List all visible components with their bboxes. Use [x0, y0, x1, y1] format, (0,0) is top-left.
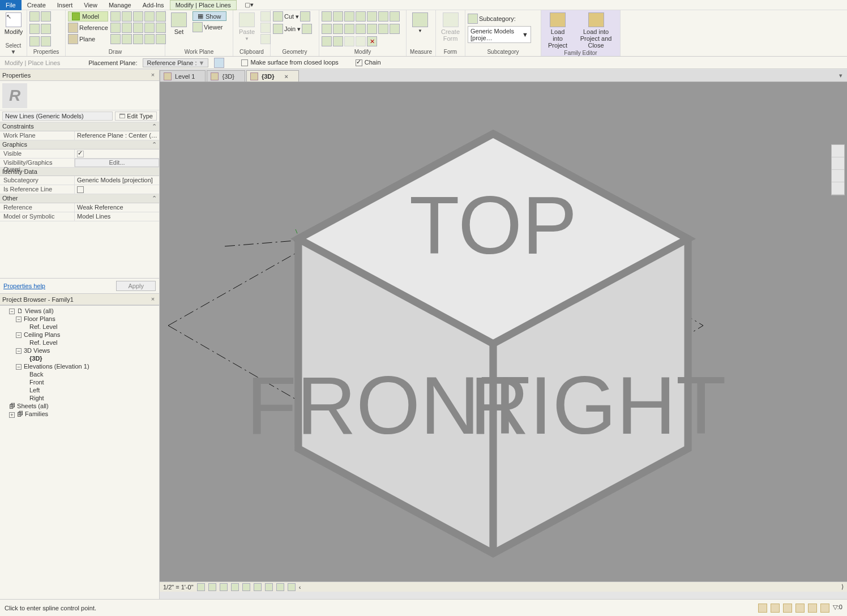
sb-icon-4[interactable]: [795, 604, 805, 613]
make-surface-checkbox[interactable]: Make surface from closed loops: [241, 59, 338, 66]
visual-style-icon[interactable]: [208, 583, 216, 591]
draw-e1-icon[interactable]: [110, 34, 121, 44]
nav-zoom-icon[interactable]: [832, 170, 844, 182]
draw-arc2-icon[interactable]: [110, 23, 121, 33]
tree-ref-level-fp[interactable]: Ref. Level: [2, 323, 157, 331]
pick-plane-icon[interactable]: [214, 58, 224, 68]
menu-addins[interactable]: Add-Ins: [137, 0, 170, 10]
crop-view-icon[interactable]: [242, 583, 250, 591]
tab-3d-2-active[interactable]: {3D}×: [246, 70, 299, 82]
properties-header[interactable]: Properties×: [0, 70, 159, 81]
vc-more-icon[interactable]: ‹: [299, 584, 301, 591]
type-selector-dropdown[interactable]: New Lines (Generic Models): [2, 112, 113, 121]
draw-poly-icon[interactable]: [133, 11, 143, 22]
cat-identity[interactable]: Identity Data: [0, 168, 159, 176]
workplane-viewer-button[interactable]: Viewer: [192, 22, 226, 32]
filter-icon[interactable]: ▽:0: [833, 604, 842, 613]
tree-elev-front[interactable]: Front: [2, 378, 157, 386]
model-line-button[interactable]: Model: [68, 11, 108, 22]
menu-file[interactable]: File: [0, 0, 22, 10]
set-workplane-button[interactable]: Set: [168, 11, 190, 36]
workplane-value[interactable]: Reference Plane : Center (…: [75, 131, 159, 140]
prop-icon-6[interactable]: [41, 36, 51, 46]
cat-constraints[interactable]: Constraints⌃: [0, 122, 159, 131]
tree-ceiling-plans[interactable]: −Ceiling Plans: [2, 331, 157, 339]
trim-multi-icon[interactable]: [344, 24, 354, 34]
cat-graphics[interactable]: Graphics⌃: [0, 140, 159, 149]
pin-icon[interactable]: [322, 36, 332, 46]
unpin-icon[interactable]: [333, 36, 343, 46]
tree-elevations[interactable]: −Elevations (Elevation 1): [2, 362, 157, 370]
shadows-icon[interactable]: [231, 583, 239, 591]
tab-overflow-icon[interactable]: ▾: [835, 70, 847, 82]
draw-pick-icon[interactable]: [156, 34, 166, 44]
trim-single-icon[interactable]: [333, 24, 343, 34]
vc-expand-icon[interactable]: ⟩: [841, 583, 844, 591]
tree-elev-right[interactable]: Right: [2, 394, 157, 402]
prop-icon-4[interactable]: [41, 24, 51, 34]
modify-tool[interactable]: ↖Modify: [2, 11, 25, 36]
panel-select[interactable]: Select ▼: [2, 42, 24, 56]
draw-fillet-icon[interactable]: [133, 23, 143, 33]
browser-header[interactable]: Project Browser - Family1×: [0, 294, 159, 305]
join-geometry-button[interactable]: Join ▾: [273, 24, 312, 34]
tab-level1[interactable]: Level 1: [160, 70, 206, 82]
tree-3d-view-active[interactable]: {3D}: [2, 354, 157, 362]
tree-families[interactable]: +🗐 Families: [2, 410, 157, 418]
tree-elev-left[interactable]: Left: [2, 386, 157, 394]
sun-path-icon[interactable]: [220, 583, 228, 591]
copy-icon[interactable]: [378, 11, 388, 22]
draw-ellipse-icon[interactable]: [156, 23, 166, 33]
sb-icon-6[interactable]: [820, 604, 829, 613]
tree-elev-back[interactable]: Back: [2, 370, 157, 378]
tree-sheets[interactable]: 🗐 Sheets (all): [2, 402, 157, 410]
menu-insert[interactable]: Insert: [52, 0, 79, 10]
array-icon[interactable]: [378, 24, 388, 34]
split-icon[interactable]: [356, 24, 366, 34]
vg-overrides-button[interactable]: Edit...: [75, 159, 159, 167]
prop-icon-5[interactable]: [29, 36, 40, 46]
tree-floor-plans[interactable]: −Floor Plans: [2, 315, 157, 323]
nav-orbit-icon[interactable]: [832, 182, 844, 195]
rotate-icon[interactable]: [390, 11, 400, 22]
reference-value[interactable]: Weak Reference: [75, 203, 159, 212]
is-ref-line-checkbox[interactable]: [75, 185, 159, 194]
split-gap-icon[interactable]: [367, 24, 377, 34]
crop-region-icon[interactable]: [254, 583, 262, 591]
sb-icon-2[interactable]: [771, 604, 780, 613]
nav-pan-icon[interactable]: [832, 157, 844, 170]
model-or-symbolic-value[interactable]: Model Lines: [75, 212, 159, 221]
draw-e2-icon[interactable]: [122, 34, 132, 44]
sb-icon-3[interactable]: [783, 604, 792, 613]
sb-icon-5[interactable]: [808, 604, 817, 613]
chain-checkbox[interactable]: Chain: [356, 59, 381, 66]
mirror-draw-icon[interactable]: [356, 11, 366, 22]
draw-line-icon[interactable]: [110, 11, 121, 22]
properties-help-link[interactable]: Properties help: [3, 283, 45, 289]
type-properties-icon[interactable]: [29, 11, 40, 22]
reference-line-button[interactable]: Reference: [68, 23, 108, 33]
measure-button[interactable]: ▼: [409, 11, 431, 35]
reference-plane-button[interactable]: Plane: [68, 34, 108, 44]
visible-checkbox[interactable]: [75, 149, 159, 158]
tab-3d-1[interactable]: {3D}: [207, 70, 245, 82]
placement-plane-dropdown[interactable]: Reference Plane : ▼: [143, 58, 208, 67]
temp-hide-icon[interactable]: [276, 583, 284, 591]
show-workplane-button[interactable]: ▦Show: [192, 11, 226, 21]
sb-icon-1[interactable]: [758, 604, 767, 613]
menu-view[interactable]: View: [78, 0, 103, 10]
nav-wheel-icon[interactable]: [832, 145, 844, 157]
draw-e4-icon[interactable]: [144, 34, 155, 44]
align-icon[interactable]: [322, 11, 332, 22]
tree-ref-level-cp[interactable]: Ref. Level: [2, 339, 157, 346]
menu-manage[interactable]: Manage: [103, 0, 137, 10]
cut-geometry-button[interactable]: Cut ▾: [273, 11, 310, 22]
scale-icon[interactable]: [390, 24, 400, 34]
draw-e3-icon[interactable]: [133, 34, 143, 44]
family-types-icon[interactable]: [29, 24, 40, 34]
subcategory-dropdown[interactable]: Generic Models [proje…▼: [468, 26, 531, 43]
move-icon[interactable]: [367, 11, 377, 22]
close-tab-icon[interactable]: ×: [285, 73, 288, 80]
tree-views[interactable]: −🗋 Views (all): [2, 307, 157, 315]
detail-level-icon[interactable]: [197, 583, 205, 591]
